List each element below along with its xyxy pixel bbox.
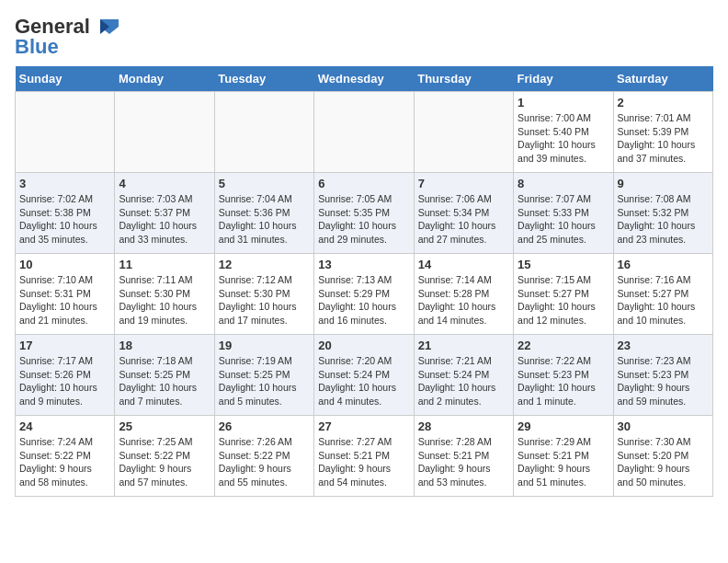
day-info: Sunrise: 7:10 AMSunset: 5:31 PMDaylight:… <box>19 273 110 327</box>
calendar-day-9: 9Sunrise: 7:08 AMSunset: 5:32 PMDaylight… <box>613 173 712 254</box>
day-info: Sunrise: 7:13 AMSunset: 5:29 PMDaylight:… <box>318 273 409 327</box>
calendar-day-20: 20Sunrise: 7:20 AMSunset: 5:24 PMDayligh… <box>314 335 414 416</box>
calendar-day-26: 26Sunrise: 7:26 AMSunset: 5:22 PMDayligh… <box>214 416 313 497</box>
calendar-header-row: SundayMondayTuesdayWednesdayThursdayFrid… <box>16 66 713 92</box>
day-number: 12 <box>219 258 310 271</box>
calendar-day-2: 2Sunrise: 7:01 AMSunset: 5:39 PMDaylight… <box>613 92 712 173</box>
day-info: Sunrise: 7:11 AMSunset: 5:30 PMDaylight:… <box>119 273 210 327</box>
day-number: 20 <box>318 339 409 352</box>
calendar-day-5: 5Sunrise: 7:04 AMSunset: 5:36 PMDaylight… <box>214 173 313 254</box>
calendar-day-13: 13Sunrise: 7:13 AMSunset: 5:29 PMDayligh… <box>314 254 414 335</box>
day-number: 29 <box>518 419 609 433</box>
day-info: Sunrise: 7:15 AMSunset: 5:27 PMDaylight:… <box>518 273 609 327</box>
day-number: 1 <box>518 96 609 109</box>
day-header-saturday: Saturday <box>613 66 712 92</box>
day-number: 10 <box>19 258 110 271</box>
day-header-tuesday: Tuesday <box>214 66 313 92</box>
calendar-day-11: 11Sunrise: 7:11 AMSunset: 5:30 PMDayligh… <box>115 254 214 335</box>
day-number: 4 <box>119 177 210 190</box>
calendar-day-empty <box>414 92 513 173</box>
calendar-week-row: 3Sunrise: 7:02 AMSunset: 5:38 PMDaylight… <box>16 173 713 254</box>
page-header: General Blue <box>15 15 713 59</box>
day-info: Sunrise: 7:17 AMSunset: 5:26 PMDaylight:… <box>19 354 110 408</box>
calendar-week-row: 24Sunrise: 7:24 AMSunset: 5:22 PMDayligh… <box>16 416 713 497</box>
day-number: 21 <box>418 339 509 352</box>
calendar-week-row: 17Sunrise: 7:17 AMSunset: 5:26 PMDayligh… <box>16 335 713 416</box>
calendar-week-row: 10Sunrise: 7:10 AMSunset: 5:31 PMDayligh… <box>16 254 713 335</box>
calendar-day-empty <box>16 92 115 173</box>
day-number: 9 <box>618 177 709 190</box>
day-info: Sunrise: 7:02 AMSunset: 5:38 PMDaylight:… <box>19 192 110 247</box>
day-header-friday: Friday <box>514 66 613 92</box>
calendar-day-16: 16Sunrise: 7:16 AMSunset: 5:27 PMDayligh… <box>613 254 712 335</box>
calendar-day-19: 19Sunrise: 7:19 AMSunset: 5:25 PMDayligh… <box>214 335 313 416</box>
calendar-day-14: 14Sunrise: 7:14 AMSunset: 5:28 PMDayligh… <box>414 254 513 335</box>
day-info: Sunrise: 7:12 AMSunset: 5:30 PMDaylight:… <box>219 273 310 327</box>
day-number: 3 <box>19 177 110 190</box>
calendar-day-empty <box>214 92 313 173</box>
day-header-thursday: Thursday <box>414 66 513 92</box>
day-number: 22 <box>518 339 609 352</box>
day-header-sunday: Sunday <box>16 66 115 92</box>
calendar-day-7: 7Sunrise: 7:06 AMSunset: 5:34 PMDaylight… <box>414 173 513 254</box>
day-info: Sunrise: 7:22 AMSunset: 5:23 PMDaylight:… <box>518 354 609 408</box>
day-info: Sunrise: 7:26 AMSunset: 5:22 PMDaylight:… <box>219 435 310 489</box>
day-number: 25 <box>119 419 210 433</box>
day-info: Sunrise: 7:25 AMSunset: 5:22 PMDaylight:… <box>119 435 210 489</box>
calendar-day-23: 23Sunrise: 7:23 AMSunset: 5:23 PMDayligh… <box>613 335 712 416</box>
calendar-day-21: 21Sunrise: 7:21 AMSunset: 5:24 PMDayligh… <box>414 335 513 416</box>
day-header-wednesday: Wednesday <box>314 66 414 92</box>
day-number: 16 <box>618 258 709 271</box>
calendar-day-29: 29Sunrise: 7:29 AMSunset: 5:21 PMDayligh… <box>514 416 613 497</box>
day-number: 24 <box>19 419 110 433</box>
day-info: Sunrise: 7:28 AMSunset: 5:21 PMDaylight:… <box>418 435 509 489</box>
day-info: Sunrise: 7:30 AMSunset: 5:20 PMDaylight:… <box>618 435 709 489</box>
calendar-day-empty <box>115 92 214 173</box>
day-number: 26 <box>219 419 310 433</box>
day-number: 18 <box>119 339 210 352</box>
day-number: 11 <box>119 258 210 271</box>
calendar-day-8: 8Sunrise: 7:07 AMSunset: 5:33 PMDaylight… <box>514 173 613 254</box>
calendar-day-15: 15Sunrise: 7:15 AMSunset: 5:27 PMDayligh… <box>514 254 613 335</box>
calendar-day-30: 30Sunrise: 7:30 AMSunset: 5:20 PMDayligh… <box>613 416 712 497</box>
day-number: 27 <box>318 419 409 433</box>
calendar-table: SundayMondayTuesdayWednesdayThursdayFrid… <box>15 66 713 497</box>
day-info: Sunrise: 7:24 AMSunset: 5:22 PMDaylight:… <box>19 435 110 489</box>
day-header-monday: Monday <box>115 66 214 92</box>
day-number: 15 <box>518 258 609 271</box>
day-number: 14 <box>418 258 509 271</box>
day-info: Sunrise: 7:21 AMSunset: 5:24 PMDaylight:… <box>418 354 509 408</box>
day-number: 7 <box>418 177 509 190</box>
calendar-day-empty <box>314 92 414 173</box>
day-number: 30 <box>618 419 709 433</box>
day-number: 19 <box>219 339 310 352</box>
calendar-day-4: 4Sunrise: 7:03 AMSunset: 5:37 PMDaylight… <box>115 173 214 254</box>
day-number: 6 <box>318 177 409 190</box>
day-info: Sunrise: 7:29 AMSunset: 5:21 PMDaylight:… <box>518 435 609 489</box>
calendar-day-27: 27Sunrise: 7:27 AMSunset: 5:21 PMDayligh… <box>314 416 414 497</box>
calendar-day-18: 18Sunrise: 7:18 AMSunset: 5:25 PMDayligh… <box>115 335 214 416</box>
calendar-day-28: 28Sunrise: 7:28 AMSunset: 5:21 PMDayligh… <box>414 416 513 497</box>
day-info: Sunrise: 7:23 AMSunset: 5:23 PMDaylight:… <box>618 354 709 408</box>
calendar-day-1: 1Sunrise: 7:00 AMSunset: 5:40 PMDaylight… <box>514 92 613 173</box>
calendar-day-24: 24Sunrise: 7:24 AMSunset: 5:22 PMDayligh… <box>16 416 115 497</box>
day-info: Sunrise: 7:16 AMSunset: 5:27 PMDaylight:… <box>618 273 709 327</box>
day-number: 8 <box>518 177 609 190</box>
calendar-day-25: 25Sunrise: 7:25 AMSunset: 5:22 PMDayligh… <box>115 416 214 497</box>
day-number: 23 <box>618 339 709 352</box>
calendar-day-3: 3Sunrise: 7:02 AMSunset: 5:38 PMDaylight… <box>16 173 115 254</box>
logo: General Blue <box>15 15 123 59</box>
day-info: Sunrise: 7:03 AMSunset: 5:37 PMDaylight:… <box>119 192 210 247</box>
calendar-day-17: 17Sunrise: 7:17 AMSunset: 5:26 PMDayligh… <box>16 335 115 416</box>
calendar-day-22: 22Sunrise: 7:22 AMSunset: 5:23 PMDayligh… <box>514 335 613 416</box>
day-info: Sunrise: 7:06 AMSunset: 5:34 PMDaylight:… <box>418 192 509 247</box>
day-info: Sunrise: 7:01 AMSunset: 5:39 PMDaylight:… <box>618 111 709 166</box>
calendar-week-row: 1Sunrise: 7:00 AMSunset: 5:40 PMDaylight… <box>16 92 713 173</box>
day-info: Sunrise: 7:07 AMSunset: 5:33 PMDaylight:… <box>518 192 609 247</box>
day-info: Sunrise: 7:27 AMSunset: 5:21 PMDaylight:… <box>318 435 409 489</box>
day-info: Sunrise: 7:18 AMSunset: 5:25 PMDaylight:… <box>119 354 210 408</box>
day-info: Sunrise: 7:19 AMSunset: 5:25 PMDaylight:… <box>219 354 310 408</box>
logo-icon <box>91 17 122 36</box>
day-number: 28 <box>418 419 509 433</box>
day-info: Sunrise: 7:20 AMSunset: 5:24 PMDaylight:… <box>318 354 409 408</box>
